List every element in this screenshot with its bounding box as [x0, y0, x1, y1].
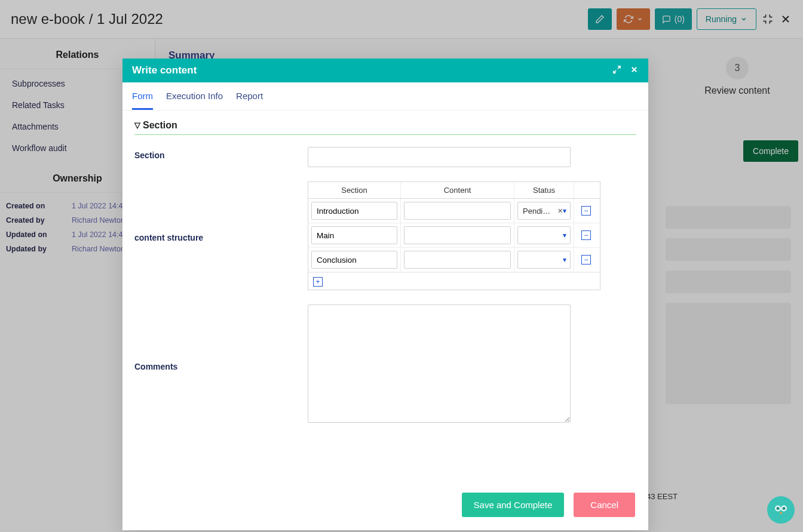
cs-row: Pendi… ✕ ▾ − [308, 199, 600, 223]
expand-icon[interactable] [612, 65, 621, 76]
cs-header-status: Status [514, 182, 574, 198]
comments-textarea[interactable] [308, 305, 571, 423]
cs-status-select[interactable]: Pendi… ✕ ▾ [517, 202, 571, 220]
clear-icon[interactable]: ✕ [557, 207, 563, 215]
modal-tabs: Form Execution Info Report [122, 82, 648, 110]
section-label: Section [134, 147, 308, 167]
cs-header-content: Content [401, 182, 514, 198]
remove-row-icon[interactable]: − [581, 206, 591, 216]
cs-status-value: Pendi… [523, 207, 555, 216]
remove-row-icon[interactable]: − [581, 255, 591, 265]
cs-section-input[interactable] [311, 202, 397, 220]
cs-section-input[interactable] [311, 226, 397, 244]
cs-header-row: Section Content Status [308, 182, 600, 199]
section-heading-label: Section [143, 120, 177, 131]
cs-section-input[interactable] [311, 251, 397, 269]
modal-body: ▽ Section Section content structure Sect… [122, 110, 648, 483]
chevron-down-icon: ▾ [563, 207, 566, 215]
chevron-down-icon: ▾ [563, 256, 566, 264]
cs-status-select[interactable]: ▾ [517, 251, 571, 269]
add-row-icon[interactable]: + [313, 277, 323, 287]
form-row-comments: Comments [134, 305, 636, 425]
cs-status-select[interactable]: ▾ [517, 226, 571, 244]
modal-header: Write content [122, 59, 648, 82]
cs-add-row: + [308, 272, 600, 290]
cs-row: ▾ − [308, 248, 600, 272]
cs-header-section: Section [308, 182, 401, 198]
cs-content-input[interactable] [404, 251, 511, 269]
svg-point-3 [783, 507, 786, 510]
cs-content-input[interactable] [404, 226, 511, 244]
tab-form[interactable]: Form [132, 91, 153, 110]
remove-row-icon[interactable]: − [581, 230, 591, 240]
svg-point-2 [777, 507, 780, 510]
modal-title: Write content [132, 64, 197, 76]
owl-icon [772, 501, 790, 519]
content-structure-table: Section Content Status [308, 182, 600, 290]
section-input[interactable] [308, 147, 571, 167]
chat-widget[interactable] [767, 496, 795, 524]
cs-row: ▾ − [308, 223, 600, 248]
cancel-button[interactable]: Cancel [574, 493, 635, 517]
save-and-complete-button[interactable]: Save and Complete [462, 493, 565, 517]
form-row-content-structure: content structure Section Content Status [134, 182, 636, 290]
comments-label: Comments [134, 358, 308, 371]
form-row-section: Section [134, 147, 636, 167]
tab-execution-info[interactable]: Execution Info [166, 91, 223, 110]
close-icon[interactable] [630, 65, 639, 76]
cs-content-input[interactable] [404, 202, 511, 220]
triangle-down-icon: ▽ [134, 121, 140, 130]
chevron-down-icon: ▾ [563, 231, 566, 239]
content-structure-label: content structure [134, 229, 308, 242]
modal-footer: Save and Complete Cancel [122, 483, 648, 530]
cs-header-actions [574, 182, 598, 198]
section-header[interactable]: ▽ Section [134, 120, 636, 135]
tab-report[interactable]: Report [236, 91, 263, 110]
write-content-modal: Write content Form Execution Info Report… [122, 59, 648, 530]
